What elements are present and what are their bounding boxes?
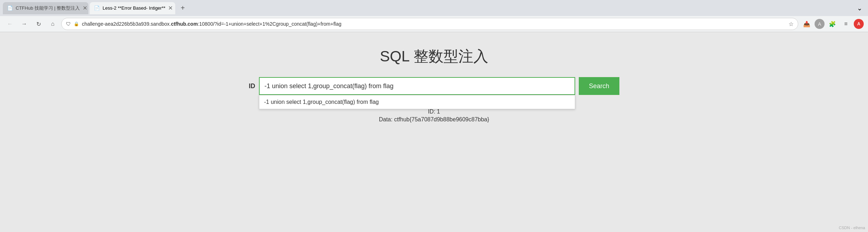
reload-button[interactable]: ↻: [33, 18, 44, 30]
address-text: challenge-aea2d226b5b3a939.sandbox.ctfhu…: [82, 21, 786, 27]
page-content: SQL 整数型注入 ID -1 union select 1,group_con…: [0, 32, 868, 232]
autocomplete-item-0[interactable]: -1 union select 1,group_concat(flag) fro…: [259, 95, 575, 109]
tab-bar: 📄 CTFHub 技能学习 | 整数型注入 ✕ 📄 Less-2 **Error…: [0, 0, 868, 16]
address-domain: ctfhub.com: [171, 21, 198, 27]
autocomplete-dropdown: -1 union select 1,group_concat(flag) fro…: [259, 95, 576, 109]
firefox-account-button[interactable]: A: [854, 19, 864, 29]
back-button[interactable]: ←: [4, 18, 16, 30]
address-pre-domain: challenge-aea2d226b5b3a939.sandbox.: [82, 21, 171, 27]
tab-ctfhub-favicon: 📄: [7, 5, 13, 11]
result-id-line: ID: 1: [249, 109, 619, 115]
content-box: SQL 整数型注入 ID -1 union select 1,group_con…: [242, 39, 627, 130]
profile-button[interactable]: A: [815, 19, 825, 29]
tab-ctfhub-label: CTFHub 技能学习 | 整数型注入: [16, 5, 80, 11]
browser-chrome: 📄 CTFHub 技能学习 | 整数型注入 ✕ 📄 Less-2 **Error…: [0, 0, 868, 32]
extensions-button[interactable]: 🧩: [827, 18, 838, 30]
result-data-line: Data: ctfhub{75a7087d9b88be9609c87bba}: [249, 116, 619, 123]
lock-icon: 🔒: [74, 21, 79, 26]
nav-right-buttons: 📥 A 🧩 ≡ A: [801, 18, 864, 30]
forward-button[interactable]: →: [19, 18, 30, 30]
page-title: SQL 整数型注入: [249, 46, 619, 66]
tab-less2-close[interactable]: ✕: [168, 5, 173, 11]
new-tab-button[interactable]: +: [177, 2, 189, 14]
firefox-menu-button[interactable]: ≡: [840, 18, 852, 30]
search-button[interactable]: Search: [579, 77, 619, 95]
tab-ctfhub[interactable]: 📄 CTFHub 技能学习 | 整数型注入 ✕: [3, 2, 88, 14]
tab-menu-button[interactable]: ⌄: [854, 3, 865, 14]
tab-less2-favicon: 📄: [94, 5, 100, 11]
nav-bar: ← → ↻ ⌂ 🛡 🔒 challenge-aea2d226b5b3a939.s…: [0, 16, 868, 32]
search-input[interactable]: [259, 77, 576, 95]
home-button[interactable]: ⌂: [47, 18, 58, 30]
bookmark-star[interactable]: ☆: [789, 21, 794, 27]
watermark: CSDN - elhena: [839, 226, 865, 230]
tab-ctfhub-close[interactable]: ✕: [83, 5, 87, 11]
pocket-button[interactable]: 📥: [801, 18, 812, 30]
security-icon: 🛡: [66, 21, 71, 27]
id-label: ID: [249, 82, 255, 90]
search-input-wrapper: -1 union select 1,group_concat(flag) fro…: [259, 77, 576, 95]
address-bar[interactable]: 🛡 🔒 challenge-aea2d226b5b3a939.sandbox.c…: [61, 18, 798, 30]
tab-less2[interactable]: 📄 Less-2 **Error Based- Intiger** ✕: [90, 2, 175, 14]
tab-less2-label: Less-2 **Error Based- Intiger**: [103, 5, 165, 11]
address-post-domain: :10800/?id=-1+union+select+1%2Cgroup_con…: [198, 21, 341, 27]
search-row: ID -1 union select 1,group_concat(flag) …: [249, 77, 619, 95]
